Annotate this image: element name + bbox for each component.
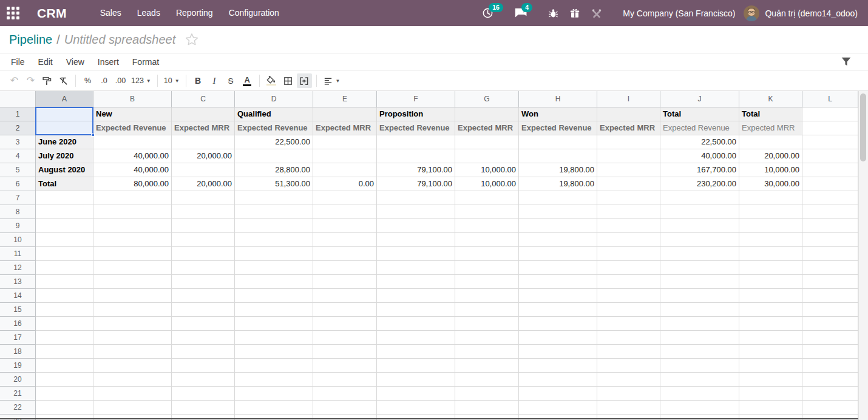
cell-A4[interactable]: July 2020 (36, 149, 93, 163)
cell-B22[interactable] (93, 401, 172, 415)
cell-K18[interactable] (739, 345, 802, 359)
cell-B5[interactable]: 40,000.00 (93, 163, 172, 177)
cell-C1[interactable] (172, 107, 235, 121)
cell-E18[interactable] (313, 345, 377, 359)
row-header-11[interactable]: 11 (0, 247, 36, 261)
cell-A6[interactable]: Total (36, 177, 93, 191)
cell-K10[interactable] (739, 233, 802, 247)
merge-cells-button[interactable] (297, 73, 312, 88)
cell-E1[interactable] (313, 107, 377, 121)
cell-C22[interactable] (172, 401, 235, 415)
cell-C14[interactable] (172, 289, 235, 303)
row-header-1[interactable]: 1 (0, 107, 36, 121)
cell-J3[interactable]: 22,500.00 (660, 135, 739, 149)
cell-G21[interactable] (455, 387, 519, 401)
cell-I6[interactable] (597, 177, 660, 191)
column-header-K[interactable]: K (739, 91, 802, 107)
cell-E8[interactable] (313, 205, 377, 219)
cell-L2[interactable] (802, 121, 858, 135)
cell-A19[interactable] (36, 359, 93, 373)
horizontal-align-dropdown[interactable]: ▼ (321, 73, 342, 88)
cell-H17[interactable] (519, 331, 597, 345)
cell-C16[interactable] (172, 317, 235, 331)
cell-C12[interactable] (172, 261, 235, 275)
cell-D16[interactable] (235, 317, 313, 331)
column-header-L[interactable]: L (802, 91, 858, 107)
cell-J17[interactable] (660, 331, 739, 345)
cell-K1[interactable]: Total (739, 107, 802, 121)
cell-H3[interactable] (519, 135, 597, 149)
cell-C11[interactable] (172, 247, 235, 261)
cell-K19[interactable] (739, 359, 802, 373)
fill-color-button[interactable] (264, 73, 279, 88)
breadcrumb-pipeline-link[interactable]: Pipeline (9, 33, 52, 47)
cell-E4[interactable] (313, 149, 377, 163)
menu-leads[interactable]: Leads (129, 0, 168, 26)
cell-L10[interactable] (802, 233, 858, 247)
cell-L22[interactable] (802, 401, 858, 415)
cell-H16[interactable] (519, 317, 597, 331)
company-switcher[interactable]: My Company (San Francisco) (623, 8, 735, 18)
user-menu[interactable]: Quản trị (demo14_odoo) (765, 8, 858, 18)
row-header-2[interactable]: 2 (0, 121, 36, 135)
cell-A13[interactable] (36, 275, 93, 289)
cell-I15[interactable] (597, 303, 660, 317)
debug-icon[interactable] (546, 7, 560, 20)
cell-B7[interactable] (93, 191, 172, 205)
cell-D12[interactable] (235, 261, 313, 275)
cell-I18[interactable] (597, 345, 660, 359)
filter-button[interactable] (833, 55, 860, 75)
cell-H5[interactable]: 19,800.00 (519, 163, 597, 177)
cell-A22[interactable] (36, 401, 93, 415)
cell-J5[interactable]: 167,700.00 (660, 163, 739, 177)
cell-J13[interactable] (660, 275, 739, 289)
cell-F17[interactable] (377, 331, 455, 345)
cell-J14[interactable] (660, 289, 739, 303)
cell-F7[interactable] (377, 191, 455, 205)
row-header-15[interactable]: 15 (0, 303, 36, 317)
cell-H18[interactable] (519, 345, 597, 359)
cell-E20[interactable] (313, 373, 377, 387)
borders-button[interactable] (280, 73, 296, 88)
column-header-D[interactable]: D (235, 91, 313, 107)
cell-H7[interactable] (519, 191, 597, 205)
row-header-8[interactable]: 8 (0, 205, 36, 219)
cell-K21[interactable] (739, 387, 802, 401)
cell-I1[interactable] (597, 107, 660, 121)
vertical-scrollbar-thumb[interactable] (860, 93, 866, 161)
cell-K14[interactable] (739, 289, 802, 303)
menu-view[interactable]: View (59, 53, 91, 71)
cell-L9[interactable] (802, 219, 858, 233)
cell-H20[interactable] (519, 373, 597, 387)
cell-D8[interactable] (235, 205, 313, 219)
cell-F10[interactable] (377, 233, 455, 247)
cell-I21[interactable] (597, 387, 660, 401)
cell-E12[interactable] (313, 261, 377, 275)
favorite-button[interactable] (184, 32, 200, 47)
cell-L14[interactable] (802, 289, 858, 303)
cell-C21[interactable] (172, 387, 235, 401)
cell-I4[interactable] (597, 149, 660, 163)
cell-H11[interactable] (519, 247, 597, 261)
font-size-dropdown[interactable]: 10 ▼ (162, 73, 181, 88)
cell-G22[interactable] (455, 401, 519, 415)
cell-H4[interactable] (519, 149, 597, 163)
cell-I10[interactable] (597, 233, 660, 247)
cell-K22[interactable] (739, 401, 802, 415)
cell-E13[interactable] (313, 275, 377, 289)
cell-E15[interactable] (313, 303, 377, 317)
italic-button[interactable]: I (207, 73, 222, 88)
row-header-10[interactable]: 10 (0, 233, 36, 247)
row-header-19[interactable]: 19 (0, 359, 36, 373)
cell-H21[interactable] (519, 387, 597, 401)
row-header-9[interactable]: 9 (0, 219, 36, 233)
cell-J20[interactable] (660, 373, 739, 387)
row-header-7[interactable]: 7 (0, 191, 36, 205)
cell-D2[interactable]: Expected Revenue (235, 121, 313, 135)
column-header-B[interactable]: B (93, 91, 172, 107)
column-header-H[interactable]: H (519, 91, 597, 107)
row-header-6[interactable]: 6 (0, 177, 36, 191)
cell-A14[interactable] (36, 289, 93, 303)
cell-L12[interactable] (802, 261, 858, 275)
cell-J8[interactable] (660, 205, 739, 219)
